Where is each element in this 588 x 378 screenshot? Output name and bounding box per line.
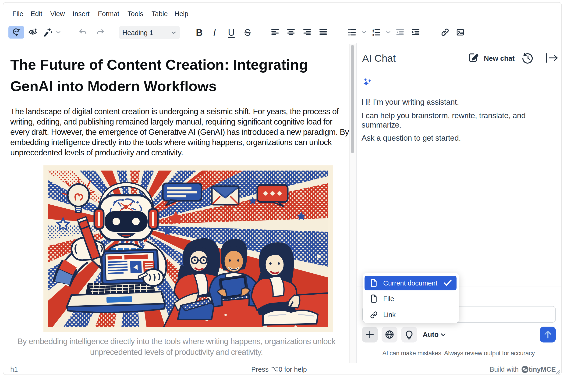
svg-text:3: 3: [372, 34, 374, 36]
svg-text:2: 2: [372, 31, 374, 34]
svg-text:1: 1: [372, 28, 374, 31]
